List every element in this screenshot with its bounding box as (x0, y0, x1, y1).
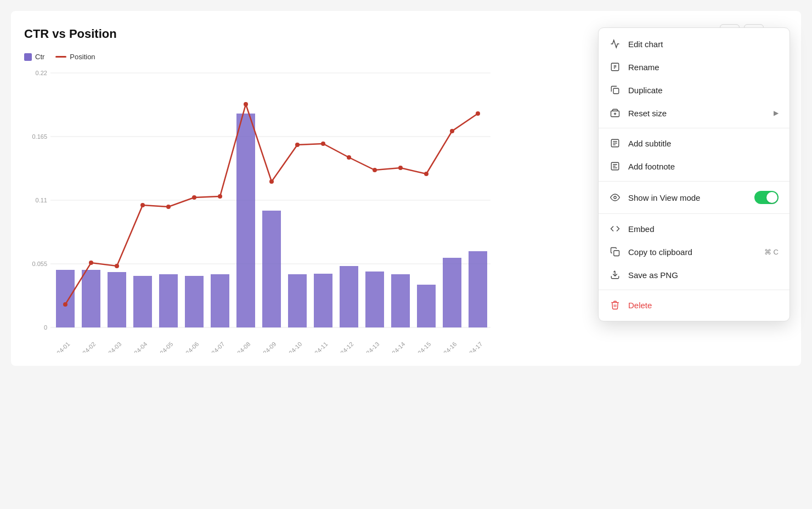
menu-item-rename[interactable]: Rename (599, 55, 790, 78)
svg-point-38 (347, 155, 351, 160)
menu-item-embed[interactable]: Embed (599, 217, 790, 240)
chart-area: 0.22 0.165 0.11 0.055 0 (24, 67, 496, 353)
menu-item-duplicate[interactable]: Duplicate (599, 78, 790, 101)
subtitle-icon (610, 138, 621, 149)
svg-text:2024-12: 2024-12 (334, 341, 354, 353)
svg-point-29 (115, 264, 119, 268)
svg-rect-12 (108, 272, 126, 327)
svg-text:0.055: 0.055 (32, 261, 47, 267)
menu-label-add-subtitle: Add subtitle (628, 139, 779, 148)
svg-text:2024-09: 2024-09 (257, 341, 277, 353)
legend-color-ctr (24, 53, 32, 61)
duplicate-icon (610, 84, 621, 95)
svg-point-37 (321, 142, 325, 146)
svg-point-32 (192, 195, 196, 200)
eye-icon (610, 192, 621, 203)
reset-size-chevron: ▶ (774, 109, 779, 117)
svg-rect-10 (56, 270, 75, 327)
svg-point-75 (614, 196, 617, 199)
svg-point-27 (63, 302, 67, 307)
svg-rect-14 (159, 274, 178, 327)
menu-label-reset-size: Reset size (628, 109, 766, 118)
svg-text:0: 0 (44, 324, 47, 331)
svg-rect-15 (185, 276, 204, 327)
svg-rect-23 (391, 274, 410, 327)
menu-item-add-subtitle[interactable]: Add subtitle (599, 132, 790, 155)
menu-item-edit-chart[interactable]: Edit chart (599, 32, 790, 55)
svg-point-30 (140, 203, 145, 207)
svg-text:2024-05: 2024-05 (154, 341, 174, 353)
svg-point-35 (269, 179, 274, 184)
menu-divider-3 (599, 213, 790, 214)
svg-point-28 (89, 261, 93, 265)
menu-label-duplicate: Duplicate (628, 86, 779, 95)
copy-shortcut: ⌘ C (764, 248, 779, 256)
menu-item-save-png[interactable]: Save as PNG (599, 263, 790, 286)
menu-item-show-view-mode[interactable]: Show in View mode (599, 185, 790, 210)
svg-text:2024-11: 2024-11 (308, 341, 329, 353)
svg-point-43 (476, 111, 480, 116)
menu-item-delete[interactable]: Delete (599, 293, 790, 316)
menu-label-show-view-mode: Show in View mode (628, 193, 747, 202)
svg-point-42 (450, 129, 454, 133)
menu-label-edit-chart: Edit chart (628, 39, 779, 49)
legend-label-ctr: Ctr (35, 53, 44, 61)
svg-text:2024-07: 2024-07 (205, 341, 225, 353)
show-view-mode-toggle[interactable] (754, 191, 779, 204)
menu-item-reset-size[interactable]: Reset size ▶ (599, 101, 790, 125)
svg-point-36 (295, 143, 300, 147)
svg-rect-26 (469, 251, 487, 327)
svg-rect-16 (211, 274, 229, 327)
svg-text:2024-01: 2024-01 (50, 341, 71, 353)
svg-point-41 (424, 172, 428, 176)
legend-color-position (55, 56, 66, 58)
menu-label-add-footnote: Add footnote (628, 162, 779, 171)
chart-svg: 0.22 0.165 0.11 0.055 0 (24, 67, 496, 353)
svg-point-34 (244, 102, 248, 106)
menu-label-copy-clipboard: Copy to clipboard (628, 247, 757, 257)
copy-icon (610, 246, 621, 257)
svg-rect-19 (288, 274, 307, 327)
chart-icon (610, 38, 621, 49)
svg-rect-11 (82, 270, 100, 327)
svg-rect-65 (613, 88, 619, 94)
menu-item-copy-clipboard[interactable]: Copy to clipboard ⌘ C (599, 240, 790, 263)
svg-text:2024-02: 2024-02 (76, 341, 97, 353)
svg-rect-76 (614, 251, 619, 256)
svg-text:0.11: 0.11 (36, 197, 47, 203)
svg-text:2024-10: 2024-10 (283, 341, 303, 353)
svg-text:2024-13: 2024-13 (360, 341, 380, 353)
resize-icon (610, 108, 621, 118)
menu-label-rename: Rename (628, 63, 779, 72)
svg-text:2024-04: 2024-04 (128, 341, 148, 353)
svg-text:0.165: 0.165 (32, 133, 47, 140)
trash-icon (610, 299, 621, 310)
chart-title: CTR vs Position (24, 27, 117, 41)
download-icon (610, 269, 621, 280)
menu-divider-4 (599, 290, 790, 290)
menu-label-embed: Embed (628, 224, 779, 234)
svg-text:2024-16: 2024-16 (437, 341, 458, 353)
svg-text:2024-14: 2024-14 (386, 341, 406, 353)
legend-label-position: Position (70, 53, 95, 61)
svg-rect-21 (340, 266, 358, 327)
svg-text:2024-15: 2024-15 (411, 341, 432, 353)
svg-text:2024-06: 2024-06 (179, 341, 200, 353)
svg-rect-13 (133, 276, 152, 327)
menu-item-add-footnote[interactable]: Add footnote (599, 155, 790, 178)
legend-position: Position (55, 53, 95, 61)
svg-text:2024-08: 2024-08 (231, 341, 251, 353)
svg-text:0.22: 0.22 (36, 70, 47, 76)
embed-icon (610, 223, 621, 234)
rename-icon (610, 61, 621, 72)
svg-point-33 (218, 194, 222, 199)
svg-rect-24 (417, 285, 436, 327)
svg-point-31 (166, 205, 171, 209)
legend-ctr: Ctr (24, 53, 44, 61)
svg-text:2024-03: 2024-03 (102, 341, 122, 353)
menu-label-save-png: Save as PNG (628, 270, 779, 280)
svg-rect-17 (236, 114, 255, 327)
menu-label-delete: Delete (628, 301, 779, 310)
svg-point-40 (398, 166, 403, 170)
svg-rect-25 (443, 258, 461, 327)
